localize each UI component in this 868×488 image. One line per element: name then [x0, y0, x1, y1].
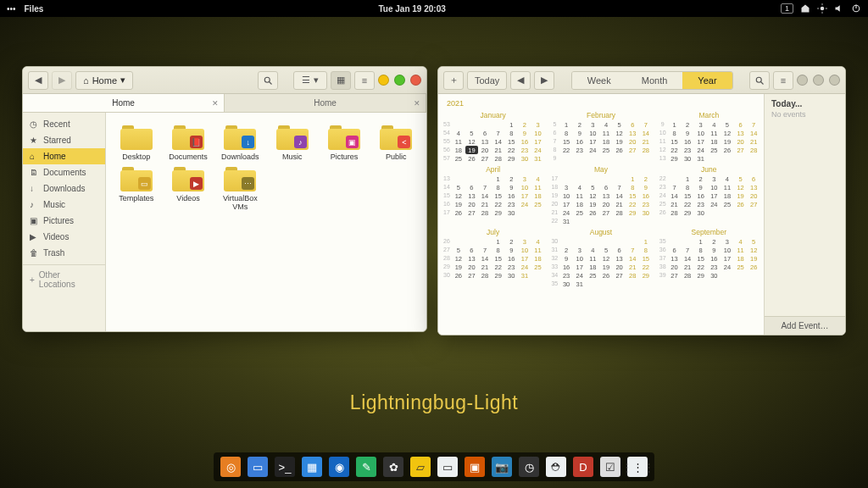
- maximize-button[interactable]: [394, 75, 405, 86]
- folder-videos[interactable]: ▶Videos: [163, 164, 213, 211]
- folder-emblem-icon: 📕: [190, 136, 203, 148]
- calendar-year-view: 2021 January5312354456789105511121314151…: [438, 94, 764, 335]
- forward-button[interactable]: ▶: [52, 71, 72, 90]
- sidebar-item-videos[interactable]: ▶Videos: [23, 229, 105, 245]
- dock-app-4[interactable]: ◉: [329, 457, 349, 477]
- folder-emblem-icon: ⋯: [242, 177, 254, 190]
- sidebar-item-documents[interactable]: 🗎Documents: [23, 164, 105, 180]
- folder-icon: ▣: [328, 123, 360, 150]
- dock-app-11[interactable]: ◷: [519, 457, 539, 477]
- today-button[interactable]: Today: [467, 71, 507, 90]
- calendar-titlebar: ＋ Today ◀ ▶ Week Month Year ≡: [438, 67, 845, 94]
- brightness-icon[interactable]: [817, 3, 827, 14]
- dock-app-9[interactable]: ▣: [465, 457, 485, 477]
- files-tab-bar: Home✕Home✕: [23, 94, 426, 113]
- dock-app-2[interactable]: >_: [275, 457, 295, 477]
- plus-icon: +: [30, 275, 35, 285]
- sidebar-item-downloads[interactable]: ↓Downloads: [23, 180, 105, 197]
- folder-pictures[interactable]: ▣Pictures: [319, 123, 369, 161]
- folder-icon: [120, 123, 153, 150]
- dock-app-13[interactable]: D: [573, 457, 593, 477]
- sidebar-item-recent[interactable]: ◷Recent: [23, 116, 105, 132]
- folder-downloads[interactable]: ↓Downloads: [215, 123, 265, 161]
- month-january: January531235445678910551112131415161756…: [442, 109, 544, 163]
- month-september: September3512345366789101112371314151617…: [658, 226, 760, 288]
- next-button[interactable]: ▶: [534, 71, 554, 90]
- folder-emblem-icon: ▶: [190, 177, 203, 190]
- month-march: March91234567108910111213141115161718192…: [658, 109, 760, 163]
- folder-templates[interactable]: ▭Templates: [111, 164, 161, 211]
- zoom-group[interactable]: ☰ ▾: [293, 71, 327, 90]
- other-locations[interactable]: +Other Locations: [23, 264, 105, 294]
- folder-desktop[interactable]: Desktop: [111, 123, 161, 161]
- tab-close-icon[interactable]: ✕: [212, 99, 219, 108]
- view-year[interactable]: Year: [682, 72, 732, 89]
- dock-app-8[interactable]: ▭: [437, 457, 458, 477]
- files-grid: Desktop📕Documents↓Downloads♪Music▣Pictur…: [106, 113, 426, 331]
- new-event-button[interactable]: ＋: [443, 71, 464, 90]
- search-button[interactable]: [258, 71, 278, 90]
- dock-app-3[interactable]: ▦: [302, 457, 322, 477]
- clock[interactable]: Tue Jan 19 20:03: [43, 4, 781, 14]
- sidebar-item-home[interactable]: ⌂Home: [23, 148, 105, 164]
- view-week[interactable]: Week: [572, 72, 626, 89]
- sidebar-item-starred[interactable]: ★Starred: [23, 132, 105, 148]
- close-button[interactable]: [829, 75, 840, 86]
- active-app-name[interactable]: Files: [25, 4, 44, 14]
- volume-icon[interactable]: [834, 3, 844, 14]
- dock-app-15[interactable]: ⋮⋮⋮: [627, 457, 648, 477]
- doc-icon: 🗎: [30, 168, 39, 177]
- home-icon: ⌂: [30, 152, 39, 161]
- home-icon: ⌂: [83, 75, 89, 86]
- dock-app-0[interactable]: ◎: [220, 457, 241, 477]
- folder-documents[interactable]: 📕Documents: [163, 123, 213, 161]
- folder-icon: ▭: [120, 164, 153, 191]
- maximize-button[interactable]: [813, 75, 824, 86]
- folder-emblem-icon: <: [398, 136, 410, 148]
- dock-app-6[interactable]: ✿: [383, 457, 403, 477]
- dock-app-1[interactable]: ▭: [248, 457, 268, 477]
- minimize-button[interactable]: [797, 75, 808, 86]
- dock: ◎▭>_▦◉✎✿▱▭▣📷◷⛑D☑⋮⋮⋮: [214, 452, 654, 481]
- menu-button[interactable]: ≡: [354, 71, 375, 90]
- search-button[interactable]: [749, 71, 770, 90]
- minimize-button[interactable]: [378, 75, 389, 86]
- dock-app-12[interactable]: ⛑: [546, 457, 566, 477]
- power-icon[interactable]: [851, 3, 861, 14]
- icon-view-button[interactable]: ▦: [331, 71, 351, 90]
- view-month[interactable]: Month: [626, 72, 683, 89]
- folder-music[interactable]: ♪Music: [267, 123, 317, 161]
- add-event-button[interactable]: Add Event…: [765, 316, 845, 335]
- workspace-indicator[interactable]: 1: [781, 3, 793, 14]
- activities-button[interactable]: •••: [7, 4, 16, 14]
- folder-icon: ♪: [276, 123, 309, 150]
- clock-icon: ◷: [30, 119, 39, 129]
- tab-close-icon[interactable]: ✕: [414, 99, 420, 108]
- folder-emblem-icon: ♪: [294, 136, 307, 148]
- pic-icon: ▣: [30, 216, 39, 225]
- month-february: February51234567689101112131471516171819…: [549, 109, 652, 163]
- dock-app-7[interactable]: ▱: [410, 457, 431, 477]
- back-button[interactable]: ◀: [28, 71, 48, 90]
- files-tab[interactable]: Home✕: [23, 94, 225, 112]
- path-bar[interactable]: ⌂ Home ▾: [75, 71, 133, 90]
- home-icon[interactable]: [800, 3, 810, 14]
- dock-app-5[interactable]: ✎: [356, 457, 376, 477]
- close-button[interactable]: [410, 75, 421, 86]
- files-tab[interactable]: Home✕: [225, 94, 426, 112]
- cal-menu-button[interactable]: ≡: [773, 71, 793, 90]
- star-icon: ★: [30, 136, 39, 145]
- sidebar-item-pictures[interactable]: ▣Pictures: [23, 213, 105, 229]
- view-switcher: Week Month Year: [571, 71, 733, 90]
- path-label: Home: [92, 75, 117, 86]
- prev-button[interactable]: ◀: [510, 71, 531, 90]
- sidebar-item-trash[interactable]: 🗑Trash: [23, 245, 105, 261]
- side-today-label: Today...: [771, 99, 838, 108]
- folder-virtualbox-vms[interactable]: ⋯VirtualBox VMs: [215, 164, 265, 211]
- theme-name-label: Lightningbug-Light: [0, 391, 868, 414]
- dock-app-14[interactable]: ☑: [600, 457, 620, 477]
- dock-app-10[interactable]: 📷: [492, 457, 512, 477]
- folder-public[interactable]: <Public: [371, 123, 421, 161]
- sidebar-item-music[interactable]: ♪Music: [23, 197, 105, 213]
- month-april: April13123414567891011151213141516171816…: [442, 164, 544, 225]
